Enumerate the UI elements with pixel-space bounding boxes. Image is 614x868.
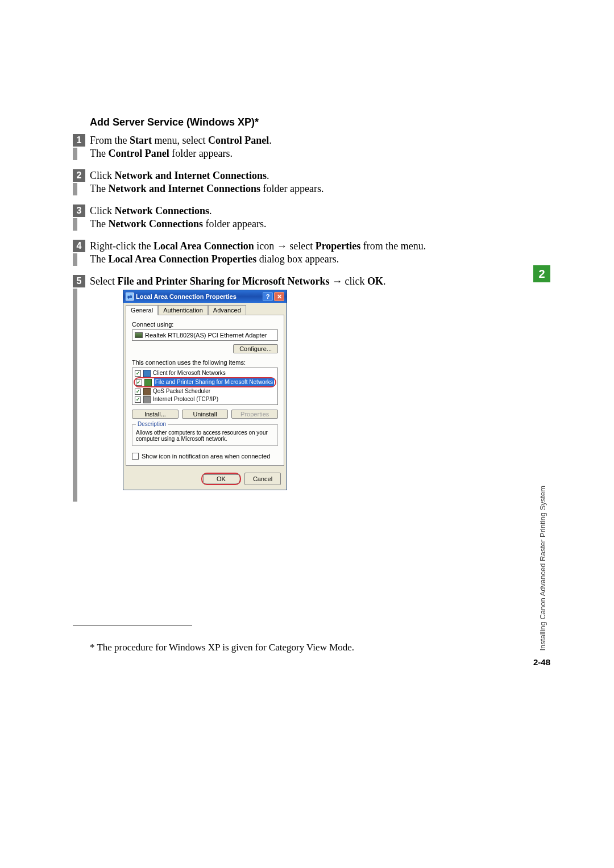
client-icon bbox=[143, 370, 151, 377]
qos-icon bbox=[143, 388, 151, 395]
adapter-field: Realtek RTL8029(AS) PCI Ethernet Adapter bbox=[132, 329, 278, 341]
ok-highlight-ring: OK bbox=[201, 473, 241, 485]
side-chapter-title: Installing Canon Advanced Raster Printin… bbox=[538, 486, 547, 651]
list-item-client[interactable]: ✓ Client for Microsoft Networks bbox=[132, 369, 277, 377]
step-number-1: 1 bbox=[73, 134, 85, 147]
nic-icon bbox=[135, 332, 143, 338]
step-text-1: From the Start menu, select Control Pane… bbox=[90, 134, 488, 161]
step-text-5: Select File and Printer Sharing for Micr… bbox=[90, 275, 488, 288]
step-text-4: Right-click the Local Area Connection ic… bbox=[90, 240, 488, 266]
step-bar-4 bbox=[73, 253, 77, 266]
uninstall-button[interactable]: Uninstall bbox=[182, 410, 229, 419]
arrow-right-icon: → bbox=[277, 240, 287, 252]
arrow-right-icon: → bbox=[332, 276, 342, 287]
checkbox-icon[interactable]: ✓ bbox=[135, 370, 141, 377]
footnote-rule bbox=[73, 625, 192, 625]
help-button[interactable]: ? bbox=[263, 292, 273, 301]
network-connection-icon: ⇄ bbox=[126, 293, 134, 301]
show-icon-row[interactable]: Show icon in notification area when conn… bbox=[132, 453, 278, 460]
list-item-label: Client for Microsoft Networks bbox=[153, 369, 226, 377]
step-number-5: 5 bbox=[73, 275, 85, 287]
footnote: * The procedure for Windows XP is given … bbox=[90, 642, 354, 653]
tab-authentication[interactable]: Authentication bbox=[158, 305, 208, 315]
items-list: ✓ Client for Microsoft Networks ✓ File a… bbox=[132, 368, 278, 405]
configure-button[interactable]: Configure... bbox=[233, 344, 278, 353]
tab-panel-general: Connect using: Realtek RTL8029(AS) PCI E… bbox=[126, 315, 284, 466]
list-item-label: Internet Protocol (TCP/IP) bbox=[153, 395, 218, 403]
list-item-qos[interactable]: ✓ QoS Packet Scheduler bbox=[132, 387, 277, 395]
step-text-2: Click Network and Internet Connections. … bbox=[90, 169, 488, 196]
tab-advanced[interactable]: Advanced bbox=[208, 305, 246, 315]
chapter-tab: 2 bbox=[533, 265, 550, 282]
step-number-3: 3 bbox=[73, 205, 85, 217]
description-text: Allows other computers to access resourc… bbox=[136, 429, 268, 442]
connect-using-label: Connect using: bbox=[132, 321, 278, 328]
step-bar-2 bbox=[73, 183, 77, 195]
checkbox-icon[interactable]: ✓ bbox=[135, 389, 141, 395]
items-label: This connection uses the following items… bbox=[132, 359, 278, 366]
ok-button[interactable]: OK bbox=[203, 474, 239, 483]
list-item-tcpip[interactable]: ✓ Internet Protocol (TCP/IP) bbox=[132, 395, 277, 403]
step-number-4: 4 bbox=[73, 240, 85, 252]
page-number: 2-48 bbox=[533, 657, 550, 667]
show-icon-label: Show icon in notification area when conn… bbox=[142, 453, 270, 460]
checkbox-icon[interactable] bbox=[132, 453, 139, 460]
list-item-label: QoS Packet Scheduler bbox=[153, 387, 210, 395]
dialog-button-row: OK Cancel bbox=[123, 468, 287, 490]
tcpip-icon bbox=[143, 396, 151, 403]
description-group: Description Allows other computers to ac… bbox=[132, 424, 278, 446]
step-bar-5 bbox=[73, 289, 77, 502]
properties-button[interactable]: Properties bbox=[231, 410, 278, 419]
close-button[interactable]: ✕ bbox=[274, 292, 284, 301]
cancel-button[interactable]: Cancel bbox=[244, 473, 281, 485]
list-item-label: File and Printer Sharing for Microsoft N… bbox=[154, 378, 274, 386]
adapter-name: Realtek RTL8029(AS) PCI Ethernet Adapter bbox=[145, 332, 267, 339]
checkbox-icon[interactable]: ✓ bbox=[135, 397, 141, 403]
step-number-2: 2 bbox=[73, 169, 85, 182]
list-item-file-printer-sharing[interactable]: ✓ File and Printer Sharing for Microsoft… bbox=[134, 377, 276, 387]
install-button[interactable]: Install... bbox=[132, 410, 179, 419]
checkbox-icon[interactable]: ✓ bbox=[136, 379, 142, 386]
description-legend: Description bbox=[136, 421, 168, 427]
step-bar-1 bbox=[73, 148, 77, 160]
step-text-3: Click Network Connections. The Network C… bbox=[90, 205, 488, 231]
connection-properties-dialog: ⇄ Local Area Connection Properties ? ✕ G… bbox=[123, 290, 287, 490]
dialog-titlebar: ⇄ Local Area Connection Properties ? ✕ bbox=[123, 290, 287, 303]
dialog-title: Local Area Connection Properties bbox=[136, 293, 237, 300]
page-heading: Add Server Service (Windows XP)* bbox=[90, 116, 259, 128]
tab-general[interactable]: General bbox=[126, 305, 158, 315]
file-print-sharing-icon bbox=[144, 379, 152, 386]
step-bar-3 bbox=[73, 218, 77, 231]
dialog-tabs: General Authentication Advanced bbox=[123, 303, 287, 315]
